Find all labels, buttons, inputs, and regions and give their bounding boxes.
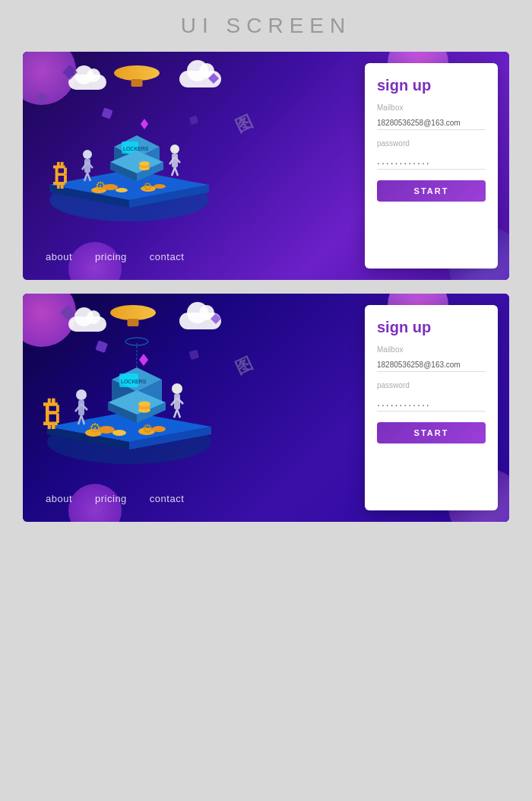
- blimp-icon: [114, 65, 160, 81]
- svg-point-26: [170, 145, 179, 154]
- nav-links: about pricing contact: [23, 251, 305, 266]
- svg-point-35: [139, 161, 150, 166]
- password-dots-bottom[interactable]: ............: [377, 396, 486, 412]
- signup-form-bottom: sign up Mailbox 18280536258@163.com pass…: [365, 305, 498, 510]
- form-title-top: sign up: [377, 77, 486, 94]
- svg-point-53: [112, 430, 126, 436]
- svg-text:⚙: ⚙: [143, 180, 153, 192]
- signup-form-top: sign up Mailbox 18280536258@163.com pass…: [365, 63, 498, 269]
- svg-marker-70: [139, 354, 148, 366]
- password-label-top: password: [377, 139, 486, 148]
- scene-area: ₿ LOCKERS: [23, 52, 305, 251]
- svg-rect-36: [101, 107, 112, 119]
- nav-pricing-bottom[interactable]: pricing: [95, 493, 127, 504]
- password-label-bottom: password: [377, 381, 486, 389]
- svg-marker-32: [141, 119, 148, 129]
- svg-text:LOCKERS: LOCKERS: [121, 379, 147, 384]
- form-title-bottom: sign up: [377, 319, 486, 336]
- card-left-section: ₿ LOCKERS: [23, 52, 305, 280]
- page-title: UI SCREEN: [0, 0, 532, 49]
- nav-contact[interactable]: contact: [150, 251, 184, 262]
- svg-line-31: [175, 167, 178, 176]
- svg-point-58: [76, 389, 87, 400]
- svg-text:⚙: ⚙: [142, 422, 153, 435]
- mailbox-value-top[interactable]: 18280536258@163.com: [377, 119, 486, 130]
- start-button-top[interactable]: START: [377, 180, 486, 202]
- mailbox-value-bottom[interactable]: 18280536258@163.com: [377, 361, 486, 372]
- svg-text:LOCKERS: LOCKERS: [123, 146, 149, 151]
- scene-area-bottom: ₿ LOCKERS: [23, 294, 305, 493]
- password-dots-top[interactable]: ............: [377, 154, 486, 170]
- svg-line-69: [177, 409, 180, 418]
- svg-point-64: [172, 383, 182, 394]
- svg-rect-37: [189, 116, 198, 125]
- svg-point-73: [138, 402, 150, 407]
- nav-about[interactable]: about: [46, 251, 72, 262]
- ui-card-bottom: ₿ LOCKERS: [23, 294, 509, 522]
- svg-text:⚙: ⚙: [95, 180, 106, 192]
- svg-point-55: [152, 426, 166, 432]
- svg-rect-74: [95, 340, 108, 353]
- nav-links-bottom: about pricing contact: [23, 493, 305, 508]
- svg-text:₿: ₿: [53, 159, 68, 191]
- svg-text:₿: ₿: [43, 395, 60, 432]
- svg-point-17: [154, 184, 166, 189]
- svg-point-15: [116, 188, 128, 192]
- blimp-icon-b: [110, 305, 156, 320]
- mailbox-label-top: Mailbox: [377, 103, 486, 112]
- card-left-section-bottom: ₿ LOCKERS: [23, 294, 305, 522]
- svg-point-20: [83, 150, 92, 159]
- nav-pricing[interactable]: pricing: [95, 251, 127, 262]
- svg-rect-75: [189, 350, 199, 360]
- svg-text:⚙: ⚙: [89, 421, 101, 436]
- ui-card-top: ₿ LOCKERS: [23, 52, 509, 280]
- nav-contact-bottom[interactable]: contact: [150, 493, 184, 504]
- nav-about-bottom[interactable]: about: [46, 493, 72, 504]
- start-button-bottom[interactable]: START: [377, 422, 486, 443]
- mailbox-label-bottom: Mailbox: [377, 345, 486, 354]
